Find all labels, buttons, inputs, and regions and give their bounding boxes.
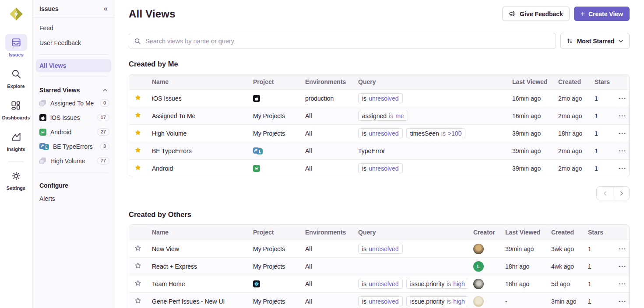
row-actions-button[interactable]: ··· xyxy=(613,262,630,270)
starred-view-high-volume[interactable]: High Volume 77 xyxy=(32,154,115,168)
sidebar-item-user-feedback[interactable]: User Feedback xyxy=(32,35,115,50)
query-text: TypeError xyxy=(358,147,385,154)
apple-icon xyxy=(39,114,46,121)
starred-view-ios-issues[interactable]: iOS Issues 17 xyxy=(32,110,115,125)
create-view-button[interactable]: + Create View xyxy=(574,7,630,21)
sidebar-item-all-views[interactable]: All Views xyxy=(36,59,111,72)
sidebar-item-feed[interactable]: Feed xyxy=(32,21,115,35)
star-outline-icon[interactable] xyxy=(134,245,141,253)
chevron-up-icon[interactable] xyxy=(102,88,108,92)
row-actions-button[interactable]: ··· xyxy=(613,112,630,119)
last-viewed-value: 16min ago xyxy=(512,112,541,119)
row-actions-button[interactable]: ··· xyxy=(613,280,630,287)
search-views-input[interactable] xyxy=(144,37,551,45)
created-value: 18hr ago xyxy=(558,130,582,137)
starred-views-header: Starred Views xyxy=(39,87,80,94)
star-filled-icon[interactable] xyxy=(134,164,141,172)
rail-item-settings[interactable]: Settings xyxy=(5,168,27,191)
star-outline-icon[interactable] xyxy=(134,280,141,288)
starred-view-label: Assigned To Me xyxy=(50,100,96,107)
sidebar-item-alerts[interactable]: Alerts xyxy=(32,191,115,206)
view-name-link[interactable]: Assigned To Me xyxy=(152,112,195,119)
rail-item-insights[interactable]: Insights xyxy=(5,129,27,152)
table-header-row: Name Project Environments Query Last Vie… xyxy=(129,74,629,89)
app-logo[interactable] xyxy=(8,6,25,24)
query-chip: assignedisme xyxy=(358,111,408,121)
environments-cell: production xyxy=(300,95,353,102)
starred-view-android[interactable]: Android 27 xyxy=(32,125,115,139)
row-actions-button[interactable]: ··· xyxy=(613,94,630,102)
starred-view-assigned-to-me[interactable]: Assigned To Me 0 xyxy=(32,96,115,110)
view-name-link[interactable]: Android xyxy=(152,165,173,172)
view-name-link[interactable]: React + Express xyxy=(152,263,197,270)
rail-label: Dashboards xyxy=(2,115,30,120)
query-chip: isunresolved xyxy=(358,128,403,138)
starred-view-label: BE TypeErrors xyxy=(53,143,96,150)
created-value: 4wk ago xyxy=(551,263,574,270)
row-actions-button[interactable]: ··· xyxy=(613,298,630,305)
create-view-label: Create View xyxy=(588,10,623,18)
environments-cell: All xyxy=(300,165,353,172)
query-cell: isunresolved xyxy=(353,93,507,103)
created-value: 2mo ago xyxy=(558,95,582,102)
previous-page-button[interactable] xyxy=(597,187,613,200)
stars-count: 1 xyxy=(589,95,613,102)
apple-icon xyxy=(253,95,260,102)
issues-sidebar: Issues « Feed User Feedback All Views St… xyxy=(32,0,115,308)
query-cell: isunresolved xyxy=(353,244,468,254)
column-header-query: Query xyxy=(353,78,507,85)
last-viewed-value: 39min ago xyxy=(505,245,534,252)
row-actions-button[interactable]: ··· xyxy=(613,164,630,172)
project-cell: My Projects xyxy=(248,298,300,305)
starred-view-be-typeerrors[interactable]: BE TypeErrors 3 xyxy=(32,139,115,154)
column-header-created: Created xyxy=(553,78,589,85)
created-by-others-table: Name Project Environments Query Creator … xyxy=(129,224,630,308)
query-cell: isunresolved xyxy=(353,163,507,173)
view-name-link[interactable]: BE TypeErrors xyxy=(152,147,192,154)
environments-cell: All xyxy=(300,280,353,287)
creator-avatar xyxy=(473,296,484,307)
pagination xyxy=(129,186,630,200)
stars-count: 1 xyxy=(583,280,613,287)
star-filled-icon[interactable] xyxy=(134,94,141,102)
column-header-environments: Environments xyxy=(300,229,353,236)
rail-item-dashboards[interactable]: Dashboards xyxy=(2,97,30,120)
star-filled-icon[interactable] xyxy=(134,129,141,137)
column-header-project: Project xyxy=(248,229,300,236)
column-header-created: Created xyxy=(546,229,583,236)
next-page-button[interactable] xyxy=(613,187,629,200)
view-name-link[interactable]: Gene Perf Issues - New UI xyxy=(152,298,225,305)
query-cell: TypeError xyxy=(353,147,507,154)
collapse-sidebar-button[interactable]: « xyxy=(104,5,108,12)
sidebar-title: Issues xyxy=(39,5,59,12)
rail-label: Settings xyxy=(7,186,25,191)
environments-cell: All xyxy=(300,130,353,137)
view-name-link[interactable]: Team Home xyxy=(152,280,185,287)
rail-item-explore[interactable]: Explore xyxy=(5,66,27,89)
star-filled-icon[interactable] xyxy=(134,147,141,155)
view-name-link[interactable]: iOS Issues xyxy=(152,95,182,102)
gear-icon xyxy=(5,168,27,184)
stars-count: 1 xyxy=(583,298,613,305)
last-viewed-value: 39min ago xyxy=(512,130,541,137)
python-pair-icon xyxy=(39,143,49,150)
sort-dropdown[interactable]: Most Starred xyxy=(560,33,630,49)
give-feedback-button[interactable]: Give Feedback xyxy=(502,7,570,21)
star-outline-icon[interactable] xyxy=(134,262,141,270)
column-header-name: Name xyxy=(147,78,248,85)
row-actions-button[interactable]: ··· xyxy=(613,147,630,154)
row-actions-button[interactable]: ··· xyxy=(613,130,630,137)
chart-line-icon xyxy=(5,129,27,145)
app-logo-icon xyxy=(8,6,25,22)
table-row: Team Home All isunresolved issue.priorit… xyxy=(129,275,629,292)
search-icon xyxy=(134,38,141,45)
rail-item-issues[interactable]: Issues xyxy=(5,34,27,57)
star-outline-icon[interactable] xyxy=(134,297,141,305)
star-filled-icon[interactable] xyxy=(134,112,141,120)
rail-label: Issues xyxy=(8,52,23,57)
table-row: Android All isunresolved 39min ago 2mo a… xyxy=(129,159,629,177)
view-name-link[interactable]: New View xyxy=(152,245,179,252)
row-actions-button[interactable]: ··· xyxy=(613,245,630,252)
view-name-link[interactable]: High Volume xyxy=(152,130,187,137)
created-value: 3wk ago xyxy=(551,245,574,252)
